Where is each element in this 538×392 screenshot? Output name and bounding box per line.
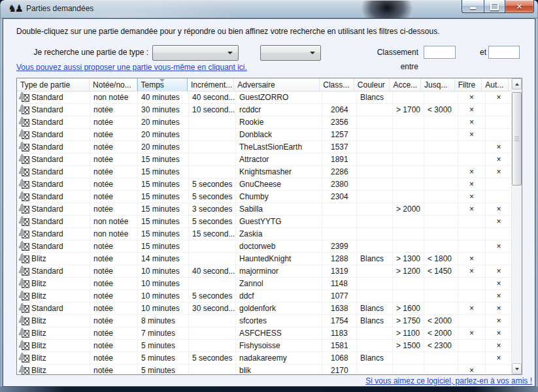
cell-temps: 7 minutes: [138, 327, 189, 339]
cell-filtre: ×: [458, 178, 486, 190]
close-button[interactable]: ✕: [505, 0, 534, 13]
maximize-icon: [490, 3, 499, 10]
propose-game-link[interactable]: Vous pouvez aussi proposer une partie vo…: [16, 63, 247, 72]
table-row[interactable]: ♟Blitznotée10 minutes5 secondesddcf1077×: [17, 290, 522, 302]
cell-notee: notée: [90, 315, 138, 327]
table-row[interactable]: ♟Standardnon notée15 minutes15 second...…: [17, 228, 522, 240]
cell-jusq: [424, 278, 458, 289]
dialog-window: ♞♟ Parties demandées ✕ Double-cliquez su…: [0, 0, 538, 392]
scrollbar-thumb[interactable]: [512, 92, 522, 186]
table-row[interactable]: ♟Blitznotée5 minutes5 secondesnadakareem…: [17, 352, 522, 365]
minimize-button[interactable]: [462, 0, 484, 13]
cell-filtre: [458, 290, 486, 302]
table-row[interactable]: ♟Standardnotée20 minutesRookie2356×: [17, 116, 522, 129]
cell-type: ♟Standard: [17, 91, 90, 103]
column-header-type[interactable]: Type de partie: [17, 78, 90, 91]
column-header-couleur[interactable]: Couleur: [354, 78, 390, 91]
table-row[interactable]: ♟Standardnotée30 minutes10 second...rcdd…: [17, 104, 522, 116]
table-row[interactable]: ♟Standardnon notée40 minutes40 second...…: [17, 91, 522, 104]
pawn-icon: ♟: [18, 191, 26, 201]
cell-notee: non notée: [90, 91, 138, 103]
pawn-icon: ♟: [18, 253, 26, 263]
cell-increment: 40 second...: [189, 91, 236, 103]
cell-aut: ×: [486, 315, 513, 327]
table-row[interactable]: ♟Blitznotée5 minutesFishysoisse1581> 150…: [17, 340, 522, 352]
cell-filtre: ×: [458, 129, 486, 140]
column-header-notee[interactable]: Notée/no...: [90, 78, 137, 91]
pawn-checkerboard-icon: ♟: [18, 179, 30, 189]
column-header-classement[interactable]: Class...: [320, 78, 354, 91]
column-header-jusq[interactable]: Jusq...: [421, 78, 455, 91]
cell-temps: 15 minutes: [138, 240, 189, 252]
column-header-label: Acce...: [393, 80, 417, 90]
cell-acce: [393, 178, 424, 190]
table-row[interactable]: ♟Standardnotée15 minutesAttractor1891×: [17, 154, 522, 166]
game-type-select[interactable]: [152, 45, 239, 61]
table-row[interactable]: ♟Standardnotée20 minutesTheLastSionEarth…: [17, 141, 522, 154]
table-row[interactable]: ♟Blitznotée10 minutesZannol1148×: [17, 278, 522, 290]
chess-pieces-icon: ♞♟: [8, 3, 22, 14]
cell-filtre: ×: [458, 91, 486, 103]
vertical-scrollbar[interactable]: [511, 78, 522, 374]
title-bar[interactable]: ♞♟ Parties demandées ✕: [0, 0, 538, 18]
table-row[interactable]: ♟Standardnon notée15 minutes5 secondesGu…: [17, 216, 522, 228]
cell-couleur: [357, 191, 393, 203]
scroll-down-button[interactable]: [512, 363, 522, 374]
cell-couleur: [357, 116, 393, 128]
table-row[interactable]: ♟Standardnotée20 minutesDonblack1257×: [17, 129, 522, 141]
cell-increment: 5 secondes: [189, 216, 236, 227]
scroll-up-button[interactable]: [512, 78, 522, 90]
cell-jusq: [424, 91, 458, 103]
close-icon: ✕: [516, 3, 522, 10]
column-header-label: Notée/no...: [93, 80, 131, 90]
cell-adversaire: TheLastSionEarth: [236, 141, 322, 153]
cell-filtre: ×: [458, 365, 486, 374]
cell-type: ♟Standard: [17, 141, 90, 153]
pawn-checkerboard-icon: ♟: [18, 316, 30, 326]
table-row[interactable]: ♟Standardnotée15 minutesdoctorweb2399×: [17, 240, 522, 253]
cell-adversaire: Donblack: [236, 129, 322, 140]
table-row[interactable]: ♟Standardnotée15 minutes3 secondesSabill…: [17, 203, 522, 216]
game-type-value: Standard: [31, 130, 63, 139]
rating-max-input[interactable]: [488, 46, 520, 59]
cell-notee: non notée: [90, 216, 138, 227]
table-row[interactable]: ♟Standardnotée15 minutes5 secondesGnuChe…: [17, 178, 522, 191]
pawn-checkerboard-icon: ♟: [18, 303, 30, 314]
tell-friends-link[interactable]: Si vous aimez ce logiciel, parlez-en à v…: [365, 376, 532, 385]
column-header-increment[interactable]: Incrément...: [188, 78, 234, 91]
column-header-acce[interactable]: Acce...: [390, 78, 421, 91]
table-row[interactable]: ♟Standardnotée10 minutes40 second...majo…: [17, 265, 522, 278]
pawn-checkerboard-icon: ♟: [18, 266, 30, 276]
table-row[interactable]: ♟Blitznotée14 minutesHauntedKnight1288Bl…: [17, 253, 522, 265]
pawn-icon: ♟: [18, 340, 26, 350]
pawn-icon: ♟: [18, 240, 26, 251]
cell-adversaire: rcddcr: [236, 104, 322, 116]
cell-notee: notée: [90, 141, 138, 153]
table-row[interactable]: ♟Standardnotée15 minutes5 secondesChumby…: [17, 191, 522, 203]
table-row[interactable]: ♟Blitznotée7 minutesASFCHESS1183> 1100< …: [17, 327, 522, 340]
column-header-temps[interactable]: Temps: [137, 78, 188, 91]
cell-adversaire: ddcf: [236, 290, 322, 302]
cell-aut: ×: [486, 91, 513, 103]
pawn-checkerboard-icon: ♟: [18, 241, 30, 252]
table-row[interactable]: ♟Standardnotée10 minutes30 second...gold…: [17, 302, 522, 315]
cell-classement: 2399: [322, 240, 357, 252]
table-row[interactable]: ♟Standardnotée15 minutesKnightsmasher228…: [17, 166, 522, 178]
cell-couleur: [357, 340, 393, 351]
cell-type: ♟Standard: [17, 265, 90, 277]
cell-increment: [189, 365, 236, 374]
game-type-value: Blitz: [31, 254, 46, 263]
game-subtype-select[interactable]: [260, 45, 321, 61]
column-header-filtre[interactable]: Filtre: [455, 78, 482, 91]
game-type-value: Blitz: [31, 316, 46, 325]
cell-notee: notée: [90, 253, 138, 265]
pawn-checkerboard-icon: ♟: [18, 129, 30, 140]
rating-min-input[interactable]: [424, 46, 456, 59]
column-header-adversaire[interactable]: Adversaire: [234, 78, 320, 91]
table-row[interactable]: ♟Blitznotée8 minutessfcortes1754Blancs> …: [17, 315, 522, 327]
cell-increment: 5 secondes: [189, 191, 236, 203]
maximize-button[interactable]: [484, 0, 505, 13]
column-header-aut[interactable]: Aut...: [482, 78, 509, 91]
table-row[interactable]: ♟Blitznotée5 minutesblik2170×: [17, 365, 522, 374]
window-title: Parties demandées: [26, 4, 93, 13]
